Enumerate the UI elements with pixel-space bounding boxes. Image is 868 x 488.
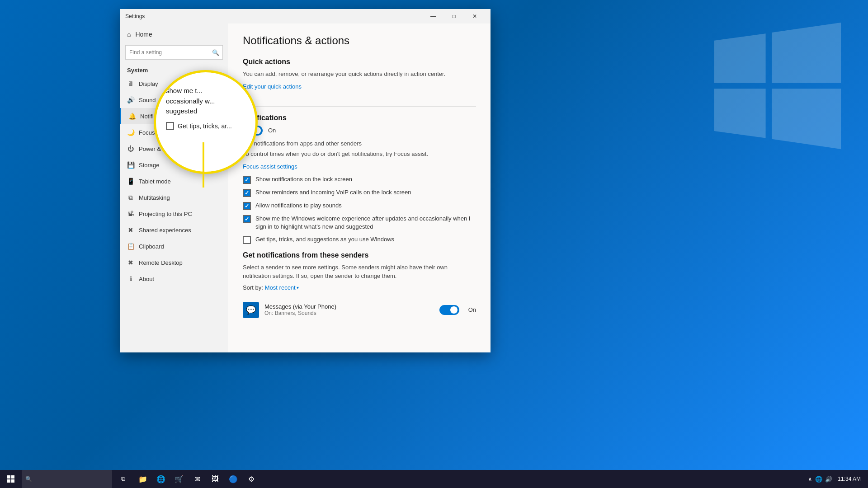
edge-taskbar[interactable]: 🌐 [152,470,170,488]
file-explorer-taskbar[interactable]: 📁 [134,470,152,488]
get-notifications-row: On [243,126,476,136]
search-icon[interactable]: 🔍 [209,46,222,59]
windows-logo-watermark [714,23,841,149]
sidebar-item-label: Sound [139,97,156,103]
multitasking-icon: ⧉ [127,194,134,202]
page-title: Notifications & actions [243,34,476,47]
remote-icon: ✖ [127,259,134,266]
svg-rect-3 [7,479,10,483]
chrome-taskbar[interactable]: 🔵 [224,470,242,488]
magnifier-text-2: occasionally w... [166,96,246,107]
sidebar-home[interactable]: ⌂ Home [120,27,228,42]
search-input[interactable] [126,49,209,56]
svg-rect-2 [11,475,14,479]
sort-value[interactable]: Most recent [265,284,296,291]
quick-actions-heading: Quick actions [243,58,476,66]
sidebar-item-remote[interactable]: ✖ Remote Desktop [120,254,228,271]
clock-time: 11:34 AM [838,476,861,482]
senders-section: Get notifications from these senders Sel… [243,251,476,322]
sidebar-item-label: Multitasking [139,194,170,201]
senders-desc: Select a sender to see more settings. So… [243,263,476,281]
start-button[interactable] [0,470,22,488]
power-icon: ⏻ [127,145,134,152]
mail-taskbar[interactable]: ✉ [188,470,206,488]
system-tray-icons: ∧ 🌐 🔊 [806,476,834,483]
sender-messages-icon: 💬 [243,302,259,318]
magnifier-checkbox-text: Get tips, tricks, ar... [178,122,232,130]
magnifier-text-1: show me t... [166,86,246,96]
sort-by-label: Sort by: [243,284,263,291]
store-taskbar[interactable]: 🛒 [170,470,188,488]
quick-actions-desc: You can add, remove, or rearrange your q… [243,70,476,79]
clipboard-icon: 📋 [127,243,134,250]
projecting-icon: 📽 [127,210,134,217]
divider-1 [243,106,476,107]
magnifier-line-svg [199,142,289,255]
maximize-button[interactable]: □ [443,9,464,23]
start-icon [7,475,14,483]
taskbar: 🔍 ⧉ 📁 🌐 🛒 ✉ 🖼 🔵 ⚙ ∧ 🌐 🔊 [0,470,868,488]
taskbar-left: 🔍 ⧉ 📁 🌐 🛒 ✉ 🖼 🔵 ⚙ [0,470,260,488]
taskbar-clock[interactable]: 11:34 AM [834,476,864,482]
sort-row: Sort by: Most recent ▾ [243,284,476,291]
photos-taskbar[interactable]: 🖼 [206,470,224,488]
settings-taskbar[interactable]: ⚙ [242,470,260,488]
notifications-heading: Notifications [243,114,476,122]
taskbar-right: ∧ 🌐 🔊 11:34 AM [806,470,868,488]
search-box[interactable]: 🔍 [125,45,223,60]
shared-icon: ✖ [127,226,134,234]
network-icon[interactable]: 🌐 [815,476,822,483]
sidebar-item-label: Remote Desktop [139,259,183,266]
magnifier-text-3: suggested [166,106,246,117]
svg-rect-4 [11,479,14,483]
about-icon: ℹ [127,275,134,282]
focus-icon: 🌙 [127,129,134,136]
magnifier-inner: show me t... occasionally w... suggested… [156,72,255,135]
settings-window: Settings — □ ✕ ⌂ Home 🔍 System [120,9,491,352]
home-icon: ⌂ [127,31,131,38]
task-view-button[interactable]: ⧉ [112,470,134,488]
title-controls: — □ ✕ [423,9,485,23]
svg-rect-1 [7,475,10,479]
toggle-on-label: On [268,127,276,134]
window-title: Settings [125,13,423,19]
magnifier-checkbox-row: Get tips, tricks, ar... [166,122,246,130]
sender-messages-name: Messages (via Your Phone) [264,303,434,310]
taskbar-app-icons: 📁 🌐 🛒 ✉ 🖼 🔵 ⚙ [134,470,260,488]
desktop: Settings — □ ✕ ⌂ Home 🔍 System [0,0,868,488]
sound-icon: 🔊 [127,96,134,103]
sidebar-item-label: Shared experiences [139,227,191,234]
sidebar-item-label: Tablet mode [139,178,171,185]
sidebar-item-about[interactable]: ℹ About [120,271,228,287]
tablet-icon: 📱 [127,178,134,185]
chevron-up-icon[interactable]: ∧ [808,476,812,483]
sender-messages-toggle[interactable] [439,305,459,315]
notifications-icon: 🔔 [128,113,136,120]
display-icon: 🖥 [127,80,134,87]
volume-icon[interactable]: 🔊 [825,476,832,483]
minimize-button[interactable]: — [423,9,443,23]
sender-messages-row: 💬 Messages (via Your Phone) On: Banners,… [243,298,476,322]
task-view-icon: ⧉ [121,475,125,483]
sidebar-item-label: Projecting to this PC [139,211,192,217]
sidebar-item-label: About [139,276,154,282]
sender-messages-sub: On: Banners, Sounds [264,310,434,316]
sort-chevron-icon[interactable]: ▾ [297,285,299,290]
title-bar: Settings — □ ✕ [120,9,491,23]
magnifier-checkbox-icon [166,122,174,130]
close-button[interactable]: ✕ [464,9,485,23]
search-taskbar-icon: 🔍 [25,476,32,482]
storage-icon: 💾 [127,161,134,169]
home-label: Home [135,31,152,38]
magnifier-container: show me t... occasionally w... suggested… [154,70,258,174]
sender-messages-toggle-label: On [468,306,476,313]
sidebar-item-label: Clipboard [139,243,164,250]
sender-messages-info: Messages (via Your Phone) On: Banners, S… [264,303,434,316]
taskbar-search[interactable]: 🔍 [22,470,112,488]
